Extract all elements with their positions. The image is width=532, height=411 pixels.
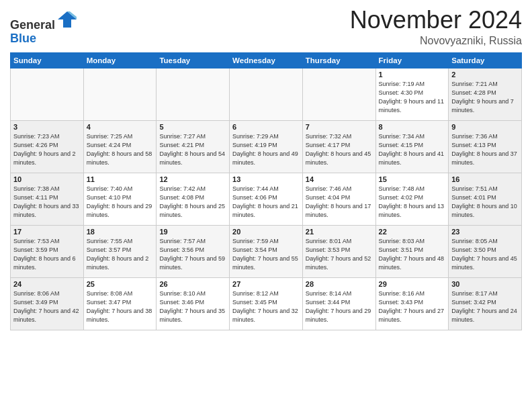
location: Novovyazniki, Russia	[350, 35, 522, 47]
table-row: 10Sunrise: 7:38 AM Sunset: 4:11 PM Dayli…	[11, 173, 84, 225]
day-number: 18	[87, 228, 154, 236]
day-number: 3	[13, 123, 81, 131]
table-row: 15Sunrise: 7:48 AM Sunset: 4:02 PM Dayli…	[375, 173, 449, 225]
table-row	[230, 68, 303, 120]
col-saturday: Saturday	[449, 52, 522, 68]
table-row	[157, 68, 230, 120]
day-info: Sunrise: 8:14 AM Sunset: 3:44 PM Dayligh…	[306, 289, 373, 324]
logo: General Blue	[10, 10, 78, 46]
day-info: Sunrise: 7:46 AM Sunset: 4:04 PM Dayligh…	[306, 185, 373, 220]
table-row: 1Sunrise: 7:19 AM Sunset: 4:30 PM Daylig…	[375, 68, 449, 120]
day-number: 5	[159, 123, 226, 131]
day-number: 14	[306, 175, 373, 183]
day-info: Sunrise: 7:27 AM Sunset: 4:21 PM Dayligh…	[159, 132, 226, 167]
table-row: 9Sunrise: 7:36 AM Sunset: 4:13 PM Daylig…	[449, 120, 522, 173]
calendar-week-row: 17Sunrise: 7:53 AM Sunset: 3:59 PM Dayli…	[11, 225, 522, 277]
day-info: Sunrise: 8:10 AM Sunset: 3:46 PM Dayligh…	[159, 289, 226, 324]
table-row: 2Sunrise: 7:21 AM Sunset: 4:28 PM Daylig…	[449, 68, 522, 120]
day-info: Sunrise: 8:01 AM Sunset: 3:53 PM Dayligh…	[306, 237, 373, 272]
calendar-week-row: 10Sunrise: 7:38 AM Sunset: 4:11 PM Dayli…	[11, 173, 522, 225]
day-number: 2	[451, 71, 519, 79]
table-row: 27Sunrise: 8:12 AM Sunset: 3:45 PM Dayli…	[230, 277, 303, 330]
table-row: 11Sunrise: 7:40 AM Sunset: 4:10 PM Dayli…	[83, 173, 157, 225]
day-info: Sunrise: 7:34 AM Sunset: 4:15 PM Dayligh…	[379, 132, 446, 167]
day-number: 10	[13, 175, 81, 183]
day-info: Sunrise: 8:08 AM Sunset: 3:47 PM Dayligh…	[87, 289, 154, 324]
table-row: 21Sunrise: 8:01 AM Sunset: 3:53 PM Dayli…	[302, 225, 375, 277]
day-info: Sunrise: 7:55 AM Sunset: 3:57 PM Dayligh…	[87, 237, 154, 272]
title-block: November 2024 Novovyazniki, Russia	[350, 7, 522, 47]
table-row: 30Sunrise: 8:17 AM Sunset: 3:42 PM Dayli…	[449, 277, 522, 330]
day-number: 24	[13, 280, 81, 288]
main-container: General Blue November 2024 Novovyazniki,…	[0, 0, 532, 334]
table-row: 18Sunrise: 7:55 AM Sunset: 3:57 PM Dayli…	[83, 225, 157, 277]
day-info: Sunrise: 7:40 AM Sunset: 4:10 PM Dayligh…	[87, 185, 154, 220]
table-row: 24Sunrise: 8:06 AM Sunset: 3:49 PM Dayli…	[11, 277, 84, 330]
calendar-week-row: 24Sunrise: 8:06 AM Sunset: 3:49 PM Dayli…	[11, 277, 522, 330]
day-number: 29	[379, 280, 446, 288]
table-row: 16Sunrise: 7:51 AM Sunset: 4:01 PM Dayli…	[449, 173, 522, 225]
day-info: Sunrise: 7:42 AM Sunset: 4:08 PM Dayligh…	[159, 185, 226, 220]
table-row: 28Sunrise: 8:14 AM Sunset: 3:44 PM Dayli…	[302, 277, 375, 330]
day-info: Sunrise: 7:38 AM Sunset: 4:11 PM Dayligh…	[13, 185, 81, 220]
day-info: Sunrise: 7:25 AM Sunset: 4:24 PM Dayligh…	[87, 132, 154, 167]
table-row	[302, 68, 375, 120]
table-row: 25Sunrise: 8:08 AM Sunset: 3:47 PM Dayli…	[83, 277, 157, 330]
day-number: 17	[13, 228, 81, 236]
day-info: Sunrise: 8:12 AM Sunset: 3:45 PM Dayligh…	[232, 289, 300, 324]
day-info: Sunrise: 7:21 AM Sunset: 4:28 PM Dayligh…	[451, 80, 519, 115]
day-info: Sunrise: 7:19 AM Sunset: 4:30 PM Dayligh…	[379, 80, 446, 115]
day-number: 20	[232, 228, 300, 236]
table-row: 6Sunrise: 7:29 AM Sunset: 4:19 PM Daylig…	[230, 120, 303, 173]
day-number: 25	[87, 280, 154, 288]
day-info: Sunrise: 7:48 AM Sunset: 4:02 PM Dayligh…	[379, 185, 446, 220]
day-info: Sunrise: 8:17 AM Sunset: 3:42 PM Dayligh…	[451, 289, 519, 324]
day-info: Sunrise: 8:03 AM Sunset: 3:51 PM Dayligh…	[379, 237, 446, 272]
col-thursday: Thursday	[302, 52, 375, 68]
logo-general: General	[10, 18, 55, 32]
day-number: 1	[379, 71, 446, 79]
day-number: 27	[232, 280, 300, 288]
col-wednesday: Wednesday	[230, 52, 303, 68]
calendar-header-row: Sunday Monday Tuesday Wednesday Thursday…	[11, 52, 522, 68]
table-row: 22Sunrise: 8:03 AM Sunset: 3:51 PM Dayli…	[375, 225, 449, 277]
day-info: Sunrise: 7:53 AM Sunset: 3:59 PM Dayligh…	[13, 237, 81, 272]
col-tuesday: Tuesday	[157, 52, 230, 68]
table-row: 14Sunrise: 7:46 AM Sunset: 4:04 PM Dayli…	[302, 173, 375, 225]
day-info: Sunrise: 8:06 AM Sunset: 3:49 PM Dayligh…	[13, 289, 81, 324]
day-number: 7	[306, 123, 373, 131]
day-info: Sunrise: 7:23 AM Sunset: 4:26 PM Dayligh…	[13, 132, 81, 167]
table-row: 3Sunrise: 7:23 AM Sunset: 4:26 PM Daylig…	[11, 120, 84, 173]
day-info: Sunrise: 7:44 AM Sunset: 4:06 PM Dayligh…	[232, 185, 300, 220]
day-number: 15	[379, 175, 446, 183]
day-number: 8	[379, 123, 446, 131]
day-info: Sunrise: 7:29 AM Sunset: 4:19 PM Dayligh…	[232, 132, 300, 167]
calendar-table: Sunday Monday Tuesday Wednesday Thursday…	[10, 52, 522, 330]
table-row: 7Sunrise: 7:32 AM Sunset: 4:17 PM Daylig…	[302, 120, 375, 173]
table-row: 19Sunrise: 7:57 AM Sunset: 3:56 PM Dayli…	[157, 225, 230, 277]
table-row: 5Sunrise: 7:27 AM Sunset: 4:21 PM Daylig…	[157, 120, 230, 173]
day-number: 22	[379, 228, 446, 236]
day-number: 12	[159, 175, 226, 183]
logo-text-block: General Blue	[10, 10, 78, 46]
table-row: 26Sunrise: 8:10 AM Sunset: 3:46 PM Dayli…	[157, 277, 230, 330]
col-monday: Monday	[83, 52, 157, 68]
table-row: 20Sunrise: 7:59 AM Sunset: 3:54 PM Dayli…	[230, 225, 303, 277]
header: General Blue November 2024 Novovyazniki,…	[10, 7, 522, 47]
table-row: 12Sunrise: 7:42 AM Sunset: 4:08 PM Dayli…	[157, 173, 230, 225]
table-row: 29Sunrise: 8:16 AM Sunset: 3:43 PM Dayli…	[375, 277, 449, 330]
calendar-week-row: 1Sunrise: 7:19 AM Sunset: 4:30 PM Daylig…	[11, 68, 522, 120]
col-friday: Friday	[375, 52, 449, 68]
day-info: Sunrise: 7:51 AM Sunset: 4:01 PM Dayligh…	[451, 185, 519, 220]
day-number: 13	[232, 175, 300, 183]
day-number: 4	[87, 123, 154, 131]
table-row: 17Sunrise: 7:53 AM Sunset: 3:59 PM Dayli…	[11, 225, 84, 277]
day-number: 26	[159, 280, 226, 288]
table-row: 13Sunrise: 7:44 AM Sunset: 4:06 PM Dayli…	[230, 173, 303, 225]
table-row: 8Sunrise: 7:34 AM Sunset: 4:15 PM Daylig…	[375, 120, 449, 173]
day-info: Sunrise: 7:59 AM Sunset: 3:54 PM Dayligh…	[232, 237, 300, 272]
day-info: Sunrise: 7:36 AM Sunset: 4:13 PM Dayligh…	[451, 132, 519, 167]
day-number: 16	[451, 175, 519, 183]
logo-icon	[56, 10, 78, 29]
table-row	[11, 68, 84, 120]
